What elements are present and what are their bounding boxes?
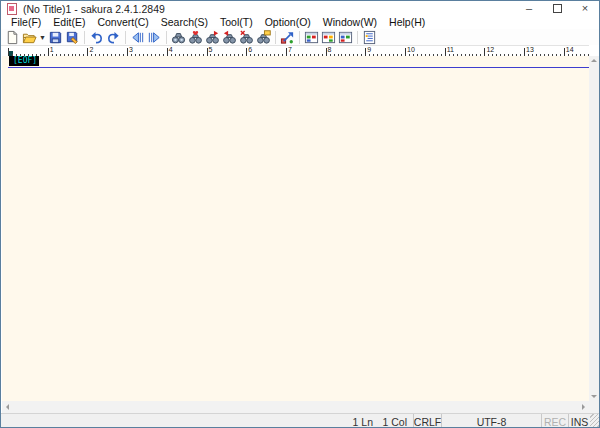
ruler-tick	[127, 48, 128, 56]
outline-icon	[362, 30, 377, 45]
search-mark-icon	[188, 30, 203, 45]
menu-edit[interactable]: Edit(E)	[47, 16, 91, 29]
bookmark-set-button[interactable]	[303, 29, 320, 45]
title-bar: (No Title)1 - sakura 2.4.1.2849 – ×	[1, 1, 599, 16]
scroll-right-icon[interactable]	[582, 404, 585, 410]
ruler-tick	[246, 48, 247, 56]
replace-icon	[239, 30, 254, 45]
toolbar-separator	[84, 31, 85, 44]
find-prev-icon	[222, 30, 237, 45]
menu-window[interactable]: Window(W)	[317, 16, 383, 29]
ruler-label: 6	[248, 46, 252, 54]
eof-marker: [EOF]	[11, 56, 39, 66]
scroll-left-icon[interactable]	[6, 404, 9, 410]
search-mark-button[interactable]	[187, 29, 204, 45]
scroll-down-icon[interactable]	[591, 395, 597, 398]
toolbar: ▼	[1, 29, 599, 45]
ruler-tick	[87, 48, 88, 56]
save-as-button[interactable]	[64, 29, 81, 45]
ruler-tick	[286, 48, 287, 56]
ruler-label: 2	[89, 46, 93, 54]
find-button[interactable]	[170, 29, 187, 45]
redo-button[interactable]	[105, 29, 122, 45]
new-file-button[interactable]	[4, 29, 21, 45]
new-file-icon	[5, 30, 20, 45]
menu-search[interactable]: Search(S)	[155, 16, 214, 29]
status-message-area	[1, 414, 341, 428]
find-icon	[171, 30, 186, 45]
find-prev-button[interactable]	[221, 29, 238, 45]
ruler-tick	[405, 48, 406, 56]
bookmark-next-icon	[321, 30, 336, 45]
ruler-tick	[48, 48, 49, 56]
vertical-scrollbar[interactable]	[589, 56, 600, 401]
status-bar: 1 Ln 1 Col CRLF UTF-8 REC INS	[1, 413, 599, 428]
text-area[interactable]: [EOF]	[2, 56, 589, 401]
toolbar-separator	[299, 31, 300, 44]
menu-option[interactable]: Option(O)	[259, 16, 317, 29]
maximize-button[interactable]	[543, 1, 571, 16]
ruler-label: 3	[129, 46, 133, 54]
ruler-tick	[564, 48, 565, 56]
search-forward-button[interactable]	[146, 29, 163, 45]
minimize-icon: –	[526, 1, 532, 16]
menu-bar: File(F) Edit(E) Convert(C) Search(S) Too…	[1, 16, 599, 29]
replace-button[interactable]	[238, 29, 255, 45]
bookmark-prev-button[interactable]	[337, 29, 354, 45]
open-file-icon	[22, 30, 37, 45]
undo-icon	[89, 30, 104, 45]
status-eol: CRLF	[413, 414, 441, 428]
open-file-dropdown[interactable]: ▼	[38, 29, 47, 45]
toolbar-separator	[357, 31, 358, 44]
status-ins: INS	[568, 414, 590, 428]
find-next-icon	[205, 30, 220, 45]
window-title: (No Title)1 - sakura 2.4.1.2849	[23, 3, 165, 15]
search-back-button[interactable]	[129, 29, 146, 45]
ruler-label: 11	[447, 46, 454, 54]
ruler-label: 14	[566, 46, 574, 54]
ruler-label: 9	[367, 46, 371, 54]
save-button[interactable]	[47, 29, 64, 45]
ruler-tick	[445, 48, 446, 56]
ruler-tick	[8, 48, 9, 56]
ruler-label: 12	[486, 46, 494, 54]
menu-help[interactable]: Help(H)	[383, 16, 431, 29]
redo-icon	[106, 30, 121, 45]
resize-grip[interactable]	[590, 414, 599, 428]
tag-jump-icon	[280, 30, 295, 45]
open-file-button[interactable]	[21, 29, 38, 45]
toolbar-separator	[166, 31, 167, 44]
bookmark-next-button[interactable]	[320, 29, 337, 45]
bookmark-set-icon	[304, 30, 319, 45]
undo-button[interactable]	[88, 29, 105, 45]
menu-tool[interactable]: Tool(T)	[214, 16, 259, 29]
ruler-tick	[207, 48, 208, 56]
close-icon: ×	[582, 1, 588, 16]
minimize-button[interactable]: –	[515, 1, 543, 16]
app-window: (No Title)1 - sakura 2.4.1.2849 – × File…	[0, 0, 600, 428]
close-button[interactable]: ×	[571, 1, 599, 16]
save-icon	[48, 30, 63, 45]
ruler-label: 4	[169, 46, 173, 54]
ruler-tick	[484, 48, 485, 56]
cursor-line-underline: [EOF]	[8, 56, 589, 68]
find-next-button[interactable]	[204, 29, 221, 45]
app-icon[interactable]	[7, 3, 17, 15]
horizontal-scrollbar[interactable]	[2, 401, 589, 413]
status-line: 1 Ln	[341, 414, 379, 428]
grep-button[interactable]	[255, 29, 272, 45]
save-as-icon	[65, 30, 80, 45]
ruler-label: 8	[328, 46, 332, 54]
scrollbar-corner	[589, 401, 600, 413]
ruler-label: 1	[50, 46, 54, 54]
menu-convert[interactable]: Convert(C)	[91, 16, 154, 29]
scroll-up-icon[interactable]	[591, 59, 597, 62]
menu-file[interactable]: File(F)	[5, 16, 47, 29]
ruler-tick	[365, 48, 366, 56]
outline-button[interactable]	[361, 29, 378, 45]
toolbar-separator	[125, 31, 126, 44]
status-encoding: UTF-8	[441, 414, 541, 428]
tag-jump-button[interactable]	[279, 29, 296, 45]
maximize-icon	[553, 4, 562, 13]
grep-icon	[256, 30, 271, 45]
